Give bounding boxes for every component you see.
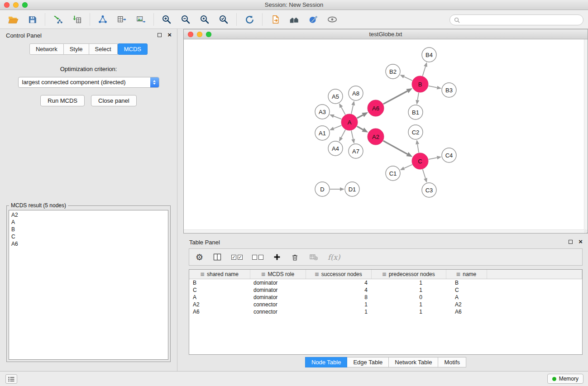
tab-edge-table[interactable]: Edge Table [347,357,389,367]
result-item[interactable]: A2 [9,211,168,219]
graph-edge-C-C4[interactable] [429,157,437,159]
graph-node-B3[interactable]: B3 [442,83,456,97]
table-cell[interactable]: 8 [306,294,371,301]
graph-node-A8[interactable]: A8 [349,86,363,100]
minimize-button[interactable] [13,2,19,8]
graph-node-A6[interactable]: A6 [368,100,384,116]
graph-node-A1[interactable]: A1 [315,126,330,140]
table-cell[interactable]: 1 [306,308,371,315]
delete-column-button[interactable] [291,253,299,262]
close-button[interactable] [4,2,10,8]
table-cell[interactable]: 1 [371,308,446,315]
table-cell[interactable]: A6 [189,308,250,315]
network-canvas[interactable]: B4B2BB3A5A8A6A3B1AC2A1A2A4A7C4CC1DD1C3 [184,39,584,229]
zoom-selected-button[interactable] [214,12,233,27]
table-cell[interactable]: 1 [371,301,446,308]
table-cell[interactable]: A2 [446,301,487,308]
table-cell[interactable]: A2 [189,301,250,308]
tab-motifs[interactable]: Motifs [438,357,466,367]
table-cell[interactable]: 1 [306,301,371,308]
table-cell[interactable]: 4 [306,286,371,294]
close-panel-button-2[interactable]: Close panel [91,95,137,106]
network-zoom-button[interactable] [206,32,211,37]
table-cell[interactable]: 4 [306,279,371,286]
graph-node-D1[interactable]: D1 [345,182,359,196]
table-cell[interactable]: B [446,279,487,286]
export-document-button[interactable] [266,12,285,27]
network-vertical-scrollbar[interactable] [584,39,588,233]
graph-node-A7[interactable]: A7 [349,144,363,158]
graph-edge-A-A6[interactable] [357,115,363,118]
graph-node-A2[interactable]: A2 [368,129,384,145]
graph-edge-B-B2[interactable] [404,76,412,81]
task-history-button[interactable] [5,374,17,384]
graph-edge-C-C2[interactable] [417,144,419,153]
graph-node-C[interactable]: C [412,153,428,169]
float-table-panel-button[interactable] [569,240,573,244]
table-cell[interactable]: C [189,286,250,294]
table-row[interactable]: A2connector11A2 [189,301,582,308]
graph-edge-A-A7[interactable] [351,131,353,139]
open-session-button[interactable] [4,12,23,27]
graph-node-B4[interactable]: B4 [422,48,436,62]
home-button[interactable] [285,12,304,27]
graph-node-C1[interactable]: C1 [386,166,400,181]
table-cell[interactable]: dominator [250,286,306,294]
import-network-button[interactable] [48,12,67,27]
graphics-details-button[interactable] [304,12,323,27]
graph-node-C2[interactable]: C2 [408,125,423,139]
search-input[interactable] [463,17,579,24]
table-cell[interactable]: A [446,294,487,301]
tab-network-table[interactable]: Network Table [389,357,438,367]
eye-button[interactable] [323,12,342,27]
zoom-fit-button[interactable] [195,12,214,27]
graph-edge-A-A4[interactable] [341,130,345,138]
graph-edge-C-C1[interactable] [404,165,412,168]
deselect-all-button[interactable] [252,255,263,260]
graph-edge-A6-B[interactable] [383,91,407,104]
result-item[interactable]: C [9,233,168,240]
tab-network[interactable]: Network [29,43,64,55]
table-cell[interactable]: C [446,286,487,294]
table-cell[interactable]: dominator [250,294,306,301]
mcds-result-list[interactable]: A2ABCA6 [9,210,168,360]
column-header-predecessor-nodes[interactable]: ▦predecessor nodes [371,270,446,279]
result-item[interactable]: A6 [9,240,168,248]
graph-node-D[interactable]: D [315,182,330,196]
graph-edge-B-B1[interactable] [417,93,419,100]
graph-edge-A-A1[interactable] [334,125,341,129]
table-row[interactable]: Adominator80A [189,294,582,301]
run-mcds-button[interactable]: Run MCDS [40,95,85,106]
table-settings-button[interactable]: ⚙ [196,253,203,262]
result-item[interactable]: A [9,219,168,226]
tab-mcds[interactable]: MCDS [118,43,148,55]
table-cell[interactable]: A6 [446,308,487,315]
column-header-name[interactable]: ▦name [446,270,487,279]
graph-node-B[interactable]: B [412,76,428,92]
import-table-button[interactable] [67,12,86,27]
graph-edge-A2-C[interactable] [383,141,407,154]
graph-node-C3[interactable]: C3 [422,183,436,197]
table-cell[interactable]: B [189,279,250,286]
zoom-in-button[interactable] [157,12,176,27]
zoom-out-button[interactable] [176,12,195,27]
node-table[interactable]: ▦shared name▦MCDS role▦successor nodes▦p… [189,269,583,355]
table-cell[interactable]: A [189,294,250,301]
tab-select[interactable]: Select [89,43,118,55]
graph-node-C4[interactable]: C4 [442,148,456,162]
optimization-criterion-dropdown[interactable]: largest connected component (directed) [18,77,159,88]
table-cell[interactable]: connector [250,308,306,315]
function-builder-button[interactable]: f(x) [328,253,340,262]
new-network-button[interactable] [93,12,112,27]
graph-edge-A-A8[interactable] [351,105,353,114]
graph-node-A3[interactable]: A3 [315,105,330,119]
close-table-panel-button[interactable]: × [578,239,583,244]
network-close-button[interactable] [188,32,193,37]
table-cell[interactable]: connector [250,301,306,308]
graph-edge-A-A5[interactable] [341,107,345,115]
graph-edge-B-B4[interactable] [423,67,425,76]
save-session-button[interactable] [23,12,42,27]
graph-node-A5[interactable]: A5 [328,89,343,104]
table-row[interactable]: A6connector11A6 [189,308,582,315]
select-all-button[interactable]: ✓✓ [231,255,243,260]
